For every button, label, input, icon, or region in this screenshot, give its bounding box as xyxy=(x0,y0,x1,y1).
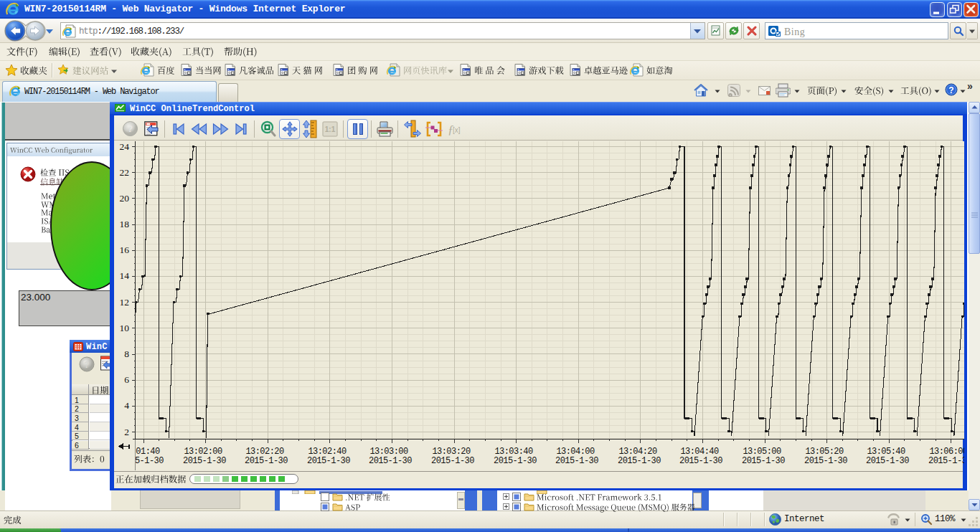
svg-text:?: ? xyxy=(948,85,953,95)
svg-text:1:1: 1:1 xyxy=(325,125,336,133)
svg-text:?: ? xyxy=(84,360,89,370)
svg-text:?: ? xyxy=(128,124,133,134)
svg-text:[x]: [x] xyxy=(453,126,461,134)
